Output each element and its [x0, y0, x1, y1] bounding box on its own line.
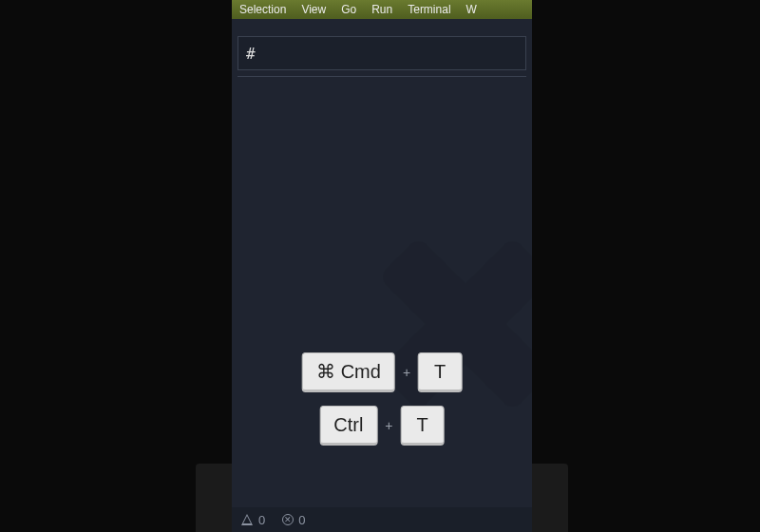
menu-run[interactable]: Run	[371, 3, 392, 16]
status-warnings[interactable]: 0	[241, 513, 265, 527]
keycap-ctrl-label: Ctrl	[333, 414, 363, 436]
menu-truncated[interactable]: W	[466, 3, 477, 16]
shortcut-hints: ⌘ Cmd + T Ctrl + T	[302, 352, 463, 446]
menu-view[interactable]: View	[301, 3, 326, 16]
status-errors[interactable]: ✕ 0	[282, 513, 305, 527]
error-count: 0	[298, 513, 305, 527]
keycap-t-2-label: T	[417, 414, 428, 436]
editor-body: ⌘ Cmd + T Ctrl + T	[232, 77, 532, 514]
quick-open-input[interactable]	[246, 45, 518, 63]
shortcut-row-cmd: ⌘ Cmd + T	[302, 352, 463, 392]
keycap-cmd: ⌘ Cmd	[302, 352, 395, 392]
error-icon: ✕	[282, 514, 294, 525]
plus-separator: +	[403, 365, 410, 380]
plus-separator-2: +	[385, 418, 392, 433]
command-icon: ⌘	[316, 360, 335, 383]
keycap-t-1-label: T	[434, 361, 446, 383]
menu-go[interactable]: Go	[341, 3, 356, 16]
keycap-cmd-label: Cmd	[341, 361, 381, 383]
warning-count: 0	[258, 513, 265, 527]
status-bar: 0 ✕ 0	[232, 507, 532, 532]
keycap-ctrl: Ctrl	[319, 406, 377, 446]
editor-window: Selection View Go Run Terminal W ⌘ Cmd +	[232, 0, 532, 532]
menu-bar: Selection View Go Run Terminal W	[232, 0, 532, 19]
keycap-t-2: T	[401, 406, 445, 446]
quick-open-input-container[interactable]	[238, 36, 526, 70]
keycap-t-1: T	[418, 352, 462, 392]
menu-selection[interactable]: Selection	[239, 3, 286, 16]
shortcut-row-ctrl: Ctrl + T	[319, 406, 445, 446]
menu-terminal[interactable]: Terminal	[408, 3, 450, 16]
warning-icon	[241, 514, 254, 525]
